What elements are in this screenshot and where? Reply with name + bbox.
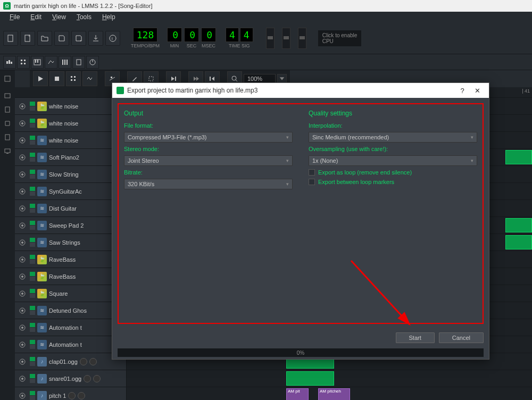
track-name-label[interactable]: Slow String [49, 171, 79, 178]
controller-rack-button[interactable] [86, 56, 99, 69]
solo-button[interactable] [30, 260, 35, 264]
file-format-combo[interactable]: Compressed MP3-File (*.mp3) [124, 132, 293, 143]
midi-clip[interactable] [505, 150, 532, 164]
mute-button[interactable] [30, 238, 35, 242]
export-loop-checkbox[interactable] [309, 169, 315, 176]
track-type-icon[interactable]: ♪ [37, 391, 47, 401]
track-type-icon[interactable]: 🍃 [37, 255, 47, 264]
track-name-label[interactable]: Dist Guitar [49, 205, 77, 212]
track-name-label[interactable]: white noise [49, 137, 78, 144]
track-gear-icon[interactable] [17, 237, 28, 248]
mute-button[interactable] [30, 255, 35, 259]
solo-button[interactable] [30, 396, 35, 400]
samples-tab-icon[interactable] [2, 104, 13, 115]
track-lane[interactable]: AM pitAM pitcheh [127, 387, 532, 400]
home-tab-icon[interactable] [2, 132, 13, 143]
menu-edit[interactable]: Edit [26, 12, 46, 22]
track-type-icon[interactable]: ≋ [37, 187, 47, 196]
menu-file[interactable]: File [5, 12, 24, 22]
new-file-button[interactable] [3, 31, 18, 46]
track-gear-icon[interactable] [17, 254, 28, 265]
solo-button[interactable] [30, 226, 35, 230]
track-type-icon[interactable]: ♪ [37, 357, 47, 366]
bitrate-combo[interactable]: 320 KBit/s [124, 179, 293, 189]
vol-knob[interactable] [84, 375, 91, 382]
track-gear-icon[interactable] [17, 339, 28, 350]
save-button[interactable] [54, 31, 69, 46]
start-button[interactable]: Start [396, 332, 435, 343]
track-name-label[interactable]: pitch 1 [49, 393, 66, 399]
track-name-label[interactable]: Automation t [49, 324, 82, 331]
instruments-tab-icon[interactable] [2, 90, 13, 101]
track-type-icon[interactable]: ♪ [37, 374, 47, 384]
close-button[interactable]: ✕ [470, 85, 485, 96]
cancel-button[interactable]: Cancel [439, 332, 484, 343]
track-name-label[interactable]: RaveBass [49, 273, 76, 280]
mute-button[interactable] [30, 102, 35, 106]
midi-clip[interactable] [505, 218, 532, 232]
track-name-label[interactable]: snare01.ogg [49, 376, 81, 382]
track-name-label[interactable]: Detuned Ghos [49, 307, 87, 314]
menu-tools[interactable]: Tools [72, 12, 96, 22]
save-as-button[interactable]: + [71, 31, 86, 46]
track-gear-icon[interactable] [17, 373, 28, 384]
master-pan-slider[interactable] [298, 28, 306, 49]
mute-button[interactable] [30, 272, 35, 276]
master-pitch-slider[interactable] [282, 28, 290, 49]
solo-button[interactable] [30, 123, 35, 128]
track-gear-icon[interactable] [17, 186, 28, 197]
track-name-label[interactable]: Soft Piano2 [49, 154, 79, 161]
sidebar-toggle-icon[interactable] [2, 73, 13, 84]
track-name-label[interactable]: clap01.ogg [49, 359, 78, 365]
song-editor-button[interactable] [3, 56, 16, 69]
track-type-icon[interactable]: ≋ [37, 153, 47, 162]
menu-view[interactable]: View [48, 12, 70, 22]
mute-button[interactable] [30, 340, 35, 344]
computer-tab-icon[interactable] [2, 146, 13, 156]
stereo-mode-combo[interactable]: Joint Stereo [124, 155, 293, 166]
midi-clip[interactable] [505, 235, 532, 249]
tempo-display[interactable]: 128 TEMPO/BPM [131, 28, 160, 48]
solo-button[interactable] [30, 362, 35, 366]
export-button[interactable] [88, 31, 103, 46]
track-type-icon[interactable]: 🍃 [37, 119, 47, 128]
pan-knob[interactable] [93, 375, 101, 382]
new-template-button[interactable]: + [20, 31, 35, 46]
track-type-icon[interactable]: ≋ [37, 170, 47, 179]
track-gear-icon[interactable] [17, 322, 28, 333]
mute-button[interactable] [30, 170, 35, 174]
track-name-label[interactable]: white noise [49, 120, 78, 127]
master-volume-slider[interactable] [266, 28, 275, 49]
stop-button[interactable] [49, 71, 64, 86]
mute-button[interactable] [30, 153, 35, 157]
play-button[interactable] [33, 71, 48, 86]
track-lane[interactable] [127, 370, 532, 387]
solo-button[interactable] [30, 157, 35, 162]
interpolation-combo[interactable]: Sinc Medium (recommended) [309, 132, 477, 143]
oversampling-combo[interactable]: 1x (None) [309, 155, 477, 166]
solo-button[interactable] [30, 191, 35, 196]
mute-button[interactable] [30, 187, 35, 191]
mute-button[interactable] [30, 306, 35, 310]
track-gear-icon[interactable] [17, 220, 28, 231]
mute-button[interactable] [30, 323, 35, 327]
mute-button[interactable] [30, 204, 35, 208]
track-type-icon[interactable]: ≋ [37, 204, 47, 213]
solo-button[interactable] [30, 209, 35, 213]
record-accompany-button[interactable] [82, 71, 97, 86]
record-button[interactable] [66, 71, 81, 86]
mute-button[interactable] [30, 357, 35, 361]
timesig-display[interactable]: 4 4 TIME SIG [226, 28, 253, 48]
track-gear-icon[interactable] [17, 135, 28, 146]
track-type-icon[interactable]: ≋ [37, 238, 47, 247]
track-type-icon[interactable]: 🍃 [37, 289, 47, 298]
audio-clip[interactable] [286, 371, 334, 386]
solo-button[interactable] [30, 140, 35, 145]
mute-button[interactable] [30, 119, 35, 123]
track-type-icon[interactable]: ≋ [37, 136, 47, 145]
solo-button[interactable] [30, 277, 35, 281]
track-name-label[interactable]: white noise [49, 103, 78, 110]
solo-button[interactable] [30, 174, 35, 179]
vol-knob[interactable] [68, 392, 76, 399]
solo-button[interactable] [30, 243, 35, 247]
